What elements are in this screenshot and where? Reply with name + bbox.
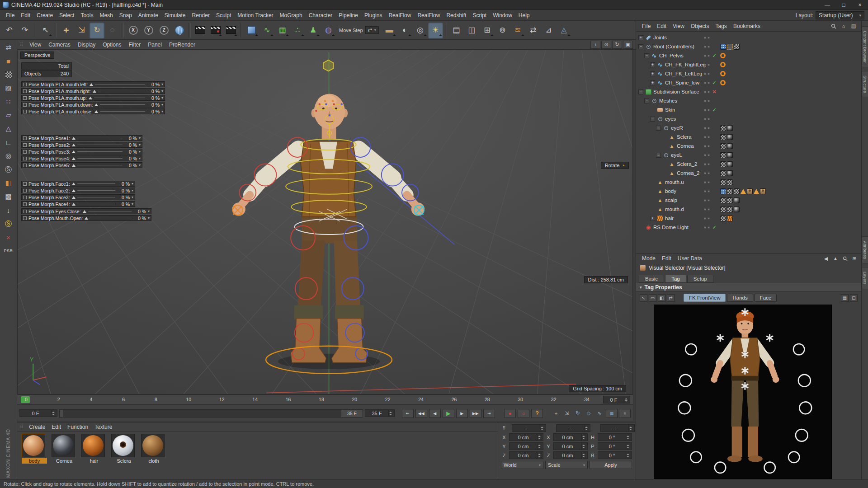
- chevron-down-icon[interactable]: ▾: [161, 96, 163, 100]
- goto-start-button[interactable]: ⇤: [402, 409, 414, 418]
- menu-item[interactable]: Snap: [116, 12, 135, 19]
- chevron-down-icon[interactable]: ▾: [161, 103, 163, 107]
- visibility-dots[interactable]: [704, 82, 711, 84]
- add-environment-icon[interactable]: ◐: [397, 22, 412, 38]
- size-field[interactable]: 0 cm: [553, 442, 588, 450]
- visibility-dots[interactable]: [704, 217, 711, 220]
- paint-mode-icon[interactable]: ◧: [2, 177, 15, 189]
- slider-handle-icon[interactable]: [94, 110, 98, 113]
- size-field[interactable]: 0 cm: [553, 451, 588, 459]
- menu-item[interactable]: RealFlow: [414, 12, 443, 19]
- coordinate-mode-dropdown[interactable]: World▾: [501, 461, 543, 469]
- tab-layers[interactable]: Layers: [862, 267, 868, 289]
- edges-mode-icon[interactable]: ▱: [2, 109, 15, 122]
- menu-item[interactable]: Redshift: [443, 12, 469, 19]
- sphere-tag-icon[interactable]: [727, 143, 733, 149]
- expand-icon[interactable]: +: [650, 216, 655, 221]
- autokey-button[interactable]: ○: [518, 409, 529, 418]
- object-manager-menu-item[interactable]: File: [639, 23, 654, 29]
- object-row[interactable]: + ∿ CH_FK_RightLeg: [636, 60, 861, 69]
- playback-options-icon[interactable]: ≡: [619, 409, 631, 418]
- object-manager-menu-item[interactable]: Tags: [712, 23, 730, 29]
- viewport-menu-item[interactable]: Options: [99, 42, 125, 48]
- apply-button[interactable]: Apply: [590, 461, 632, 469]
- menu-item[interactable]: Motion Tracker: [234, 12, 276, 19]
- hair-tag-icon[interactable]: [727, 216, 733, 221]
- material-menu-item[interactable]: Edit: [48, 424, 64, 430]
- previous-frame-button[interactable]: ◀: [429, 409, 441, 418]
- hands-button[interactable]: Hands: [727, 294, 753, 302]
- pose-morph-slider[interactable]: Pose Morph.Pose5:0 %▾: [21, 162, 142, 168]
- object-row[interactable]: − Subdivision Surface ✕: [636, 87, 861, 96]
- visual-selector-preview[interactable]: [654, 305, 832, 479]
- visibility-dots[interactable]: [704, 190, 711, 192]
- chevron-down-icon[interactable]: ▾: [139, 150, 141, 154]
- selection-tag-icon[interactable]: [727, 44, 733, 50]
- live-selection-icon[interactable]: ↖: [38, 22, 53, 38]
- help-button[interactable]: ?: [531, 409, 543, 418]
- sphere-tag-icon[interactable]: [727, 170, 733, 176]
- slider-handle-icon[interactable]: [72, 183, 75, 185]
- redo-icon[interactable]: ↷: [17, 22, 32, 38]
- timeline-tick[interactable]: 26: [452, 397, 457, 402]
- visibility-dots[interactable]: [704, 55, 711, 57]
- collapse-icon[interactable]: −: [644, 99, 649, 103]
- viewport-3d[interactable]: Y Perspective Total Objects240 Pose Morp…: [17, 50, 633, 394]
- grip-icon[interactable]: ⠿: [20, 424, 23, 429]
- timeline-tick[interactable]: 2: [57, 397, 61, 402]
- menu-item[interactable]: Character: [306, 12, 336, 19]
- pose-morph-slider[interactable]: Pose Morph.Eyes.Close:0 %▾: [21, 208, 151, 214]
- attribute-menu-item[interactable]: Edit: [659, 255, 675, 262]
- chevron-down-icon[interactable]: ▾: [132, 188, 133, 192]
- model-mode-icon[interactable]: ■: [2, 55, 15, 67]
- menu-item[interactable]: Window: [490, 12, 515, 19]
- rotate-tool-icon[interactable]: ↻: [90, 22, 104, 38]
- slider-checkbox[interactable]: [23, 89, 27, 93]
- timeline-tick[interactable]: 32: [551, 397, 557, 402]
- protection-tag-icon[interactable]: [720, 71, 726, 76]
- chevron-down-icon[interactable]: ▾: [139, 136, 141, 140]
- render-view-icon[interactable]: [193, 22, 208, 38]
- chevron-down-icon[interactable]: ▾: [132, 195, 133, 199]
- collapse-icon[interactable]: −: [656, 126, 661, 131]
- quantize-icon[interactable]: Ⓢ: [2, 217, 15, 230]
- viewport-menu-item[interactable]: Panel: [144, 42, 165, 48]
- menu-item[interactable]: Help: [515, 12, 533, 19]
- object-row[interactable]: ▲ mouth.d: [636, 205, 861, 214]
- object-row[interactable]: − ∿ CH_Pelvis ✓: [636, 51, 861, 60]
- object-row[interactable]: ▲ Cornea_2: [636, 169, 861, 178]
- slider-handle-icon[interactable]: [89, 97, 92, 99]
- pose-morph-slider[interactable]: Pose Morph.Mouth.Open:0 %▾: [21, 215, 151, 221]
- sphere-tag-icon[interactable]: [727, 161, 733, 167]
- slider-checkbox[interactable]: [23, 83, 27, 86]
- z-axis-lock-button[interactable]: Z: [156, 22, 171, 38]
- enabled-check-icon[interactable]: ✓: [711, 225, 717, 230]
- record-parameter-icon[interactable]: ◇: [584, 409, 593, 418]
- chevron-down-icon[interactable]: ▾: [148, 209, 150, 213]
- camera-label[interactable]: Perspective: [20, 52, 54, 59]
- texture-tag-icon[interactable]: [720, 134, 726, 140]
- visibility-dots[interactable]: [704, 127, 711, 129]
- material-label[interactable]: body: [22, 458, 47, 464]
- pose-morph-slider[interactable]: Pose Morph.PLA.mouth.up:0 %▾: [21, 95, 165, 101]
- protection-tag-icon[interactable]: [720, 80, 726, 85]
- pose-morph-slider[interactable]: Pose Morph.Pose3:0 %▾: [21, 149, 142, 155]
- object-manager-menu-item[interactable]: Edit: [654, 23, 670, 29]
- sphere-tag-icon[interactable]: [727, 152, 733, 158]
- texture-tag-icon[interactable]: [720, 216, 726, 221]
- texture-tag-icon[interactable]: [727, 206, 733, 212]
- record-position-icon[interactable]: +: [552, 409, 561, 418]
- slider-handle-icon[interactable]: [83, 210, 86, 213]
- object-row[interactable]: + ∿ CH_Spine_low ✓: [636, 78, 861, 87]
- rotation-field[interactable]: 0 °: [598, 442, 632, 450]
- timeline-tick[interactable]: 16: [286, 397, 291, 402]
- knife-icon[interactable]: ⊿: [541, 22, 556, 38]
- slider-checkbox[interactable]: [23, 103, 27, 107]
- slider-checkbox[interactable]: [23, 143, 27, 147]
- menu-item[interactable]: Script: [469, 12, 490, 19]
- timeline-tick[interactable]: 18: [319, 397, 324, 402]
- collapse-icon[interactable]: −: [638, 44, 643, 49]
- slider-handle-icon[interactable]: [72, 203, 75, 206]
- render-settings-icon[interactable]: [223, 22, 238, 38]
- rotation-field[interactable]: 0 °: [598, 451, 632, 459]
